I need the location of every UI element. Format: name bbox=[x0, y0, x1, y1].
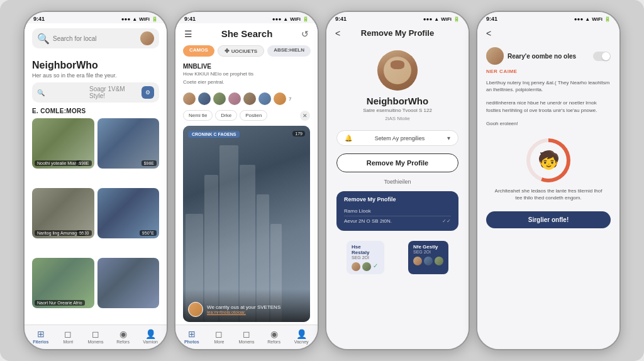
back-btn-p3[interactable]: < bbox=[335, 28, 340, 38]
status-row-2: Nfe Gestly SEG 2OI bbox=[408, 241, 448, 274]
profile-avatar-p3 bbox=[377, 50, 418, 91]
p1-secondary-search[interactable]: 🔍 Soagr 1V&M Style! ⚙ bbox=[32, 82, 159, 103]
bottom-nav-p2: ⊞ Photos ◻ More ◻ Monens ◉ Refors 👤 Vacn… bbox=[175, 325, 318, 349]
refors-icon-p2: ◉ bbox=[270, 329, 278, 339]
nav-more-p1[interactable]: ◻ Morri bbox=[55, 329, 82, 344]
remove-profile-button[interactable]: Remove My Profile bbox=[336, 153, 458, 172]
menu-icon-p2[interactable]: ☰ bbox=[184, 29, 192, 39]
nav-label-monens-p2: Monens bbox=[239, 340, 255, 344]
agent-info-p2: We carrity ous at your SVETENS lea:mrrtn… bbox=[207, 304, 280, 314]
status-bar-4: 9:41 ●●●▲WiFi🔋 bbox=[477, 12, 619, 23]
remove-dropdown-p3: Remove My Pnofile Ramo Llook Aevur 2N O … bbox=[336, 191, 458, 231]
avatar-row-p2: 7 bbox=[175, 90, 318, 108]
varnion-icon: 👤 bbox=[145, 329, 156, 339]
nav-monens-p1[interactable]: ◻ Monens bbox=[82, 329, 109, 344]
remove-dd-check: ✓✓ bbox=[442, 218, 451, 224]
back-btn-p4[interactable]: < bbox=[486, 28, 491, 38]
avatar-7-p2 bbox=[274, 92, 286, 105]
more-icon-p2: ◻ bbox=[215, 329, 223, 339]
search-input-p1[interactable] bbox=[53, 35, 137, 42]
listing-count-p2: 179 bbox=[292, 131, 305, 136]
p2-header: ☰ She Search ↺ bbox=[175, 23, 318, 43]
featured-title-p2: How KIKIUI NEIo oe prophet tis bbox=[183, 71, 310, 77]
status-pair: Hse Restaly SEG 2OI ✓ Nfe Gestly SEG 2OI bbox=[336, 238, 458, 277]
time-2: 9:41 bbox=[184, 16, 196, 22]
status-bar-2: 9:41 ●●●▲WiFi🔋 bbox=[175, 12, 318, 23]
property-card-1[interactable]: Noothi yotealie Miany $98E bbox=[32, 118, 94, 169]
search-icon-2-p1: 🔍 bbox=[37, 89, 86, 96]
filter-nemi[interactable]: Nemi tle bbox=[183, 110, 213, 121]
p2-title: She Search bbox=[221, 28, 273, 39]
phone-3-content: < Remove My Profile NeighborWho Satre es… bbox=[326, 23, 469, 349]
agent-avatar-p2 bbox=[188, 302, 203, 317]
p3-header: < Remove My Profile bbox=[326, 23, 469, 42]
prop-price-3: 5530 bbox=[77, 230, 92, 236]
tab-uociuets[interactable]: ✤UOCIUETS bbox=[218, 45, 264, 57]
tagline-p1: Her aus so in the era file the yeur. bbox=[25, 72, 167, 82]
phone-4-content: < Reary'e oombe no oles NER CAIME Lberth… bbox=[477, 23, 619, 349]
toggle-knob-p4 bbox=[602, 52, 610, 60]
filters-icon: ⊞ bbox=[37, 329, 45, 339]
nav-refors-p2[interactable]: ◉ Refors bbox=[260, 329, 288, 344]
nav-refors-p1[interactable]: ◉ Refors bbox=[109, 329, 137, 344]
nav-monens-p2[interactable]: ◻ Monens bbox=[233, 329, 260, 344]
nav-varnion-p1[interactable]: 👤 Varnion bbox=[136, 329, 164, 344]
phone-4: 9:41 ●●●▲WiFi🔋 < Reary'e oombe no oles N… bbox=[476, 11, 621, 350]
nav-more-p2[interactable]: ◻ More bbox=[206, 329, 233, 344]
search-icon-p1: 🔍 bbox=[37, 33, 50, 45]
circle-caption-p4: Archlteahet she ledaos the lante fres ti… bbox=[486, 187, 611, 201]
dropdown-select-p3[interactable]: 🔔 Setem Ay prengilies ▾ bbox=[336, 130, 458, 146]
property-card-6[interactable] bbox=[97, 258, 160, 308]
profile-sub2-p3: 2iAS Ntolie bbox=[385, 116, 410, 121]
close-filter-icon[interactable]: ✕ bbox=[300, 111, 310, 121]
desc2-p4: neditlnherera nice hbue he unerdr or noe… bbox=[486, 99, 611, 113]
avatar-2-p2 bbox=[198, 92, 211, 105]
refors-icon: ◉ bbox=[119, 329, 127, 339]
status-icons-1: ●●●▲WiFi🔋 bbox=[121, 16, 158, 22]
status-avatars-2 bbox=[413, 257, 443, 265]
nav-label-refors-p2: Refors bbox=[267, 340, 280, 344]
test-link-p3[interactable]: Toethieilen bbox=[326, 179, 469, 185]
profile-sub-p3: Satre esernuitino Tvoool S 122 bbox=[363, 108, 432, 113]
property-card-2[interactable]: $98E bbox=[97, 118, 160, 169]
remove-dd-item-1: Ramo Llook bbox=[344, 206, 451, 216]
phone-3: 9:41 ●●●▲WiFi🔋 < Remove My Profile Neigh… bbox=[325, 11, 470, 350]
listing-bottom-p2: We carrity ous at your SVETENS lea:mrrtn… bbox=[183, 289, 310, 322]
time-4: 9:41 bbox=[486, 16, 497, 22]
avatar-3-p2 bbox=[213, 92, 226, 105]
nav-label-filters: Fiterios bbox=[33, 340, 48, 344]
filter-poslien[interactable]: Poslien bbox=[240, 110, 267, 121]
refresh-icon-p2[interactable]: ↺ bbox=[301, 29, 309, 39]
listing-card-p2[interactable]: CRONINK C FAOENS 179 We carrity ous at y… bbox=[183, 126, 310, 322]
circle-section-p4: 🧒 Archlteahet she ledaos the lante fres … bbox=[486, 132, 611, 205]
filter-tabs-p2: CAMOS ✤UOCIUETS ABSE:HIELN bbox=[175, 43, 318, 60]
property-card-3[interactable]: Naritog ling Amunagete 5530 bbox=[32, 188, 94, 238]
sav5 bbox=[435, 257, 443, 265]
tab-camos[interactable]: CAMOS bbox=[183, 45, 214, 57]
p4-header: < bbox=[477, 23, 619, 42]
property-card-4[interactable]: 950°E bbox=[97, 188, 160, 238]
filter-button-p1[interactable]: ⚙ bbox=[142, 86, 154, 99]
status-bar-3: 9:41 ●●●▲WiFi🔋 bbox=[326, 12, 469, 23]
nav-filters-p1[interactable]: ⊞ Fiterios bbox=[27, 329, 55, 344]
brand-name-p1: NeighborWho bbox=[25, 57, 167, 72]
nav-label-refors: Refors bbox=[116, 340, 130, 344]
ner-label-p4: NER CAIME bbox=[486, 69, 611, 74]
photos-icon: ⊞ bbox=[188, 329, 196, 339]
p3-title: Remove My Profile bbox=[361, 28, 434, 38]
user-row-p4: Reary'e oombe no oles bbox=[486, 47, 611, 65]
chevron-down-icon: ▾ bbox=[447, 135, 450, 142]
profile-name-p3: NeighborWho bbox=[367, 96, 428, 106]
property-card-5[interactable]: Naort Nur Orearie Afrio bbox=[32, 258, 94, 308]
nav-label-vacney-p2: Vacney bbox=[294, 340, 309, 344]
nav-vacney-p2[interactable]: 👤 Vacney bbox=[287, 329, 315, 344]
nav-label-more-p2: More bbox=[214, 340, 224, 344]
tab-abse[interactable]: ABSE:HIELN bbox=[267, 45, 311, 57]
nav-photos-p2[interactable]: ⊞ Photos bbox=[178, 329, 206, 344]
sign-up-button-p4[interactable]: Sirglier onfle! bbox=[486, 211, 611, 228]
agent-name-p2: We carrity ous at your SVETENS bbox=[207, 304, 280, 310]
filter-drke[interactable]: Drke bbox=[215, 110, 237, 121]
toggle-switch-p4[interactable] bbox=[593, 52, 611, 61]
nav-label-monens: Monens bbox=[88, 340, 104, 344]
p1-top-search[interactable]: 🔍 bbox=[32, 28, 159, 48]
